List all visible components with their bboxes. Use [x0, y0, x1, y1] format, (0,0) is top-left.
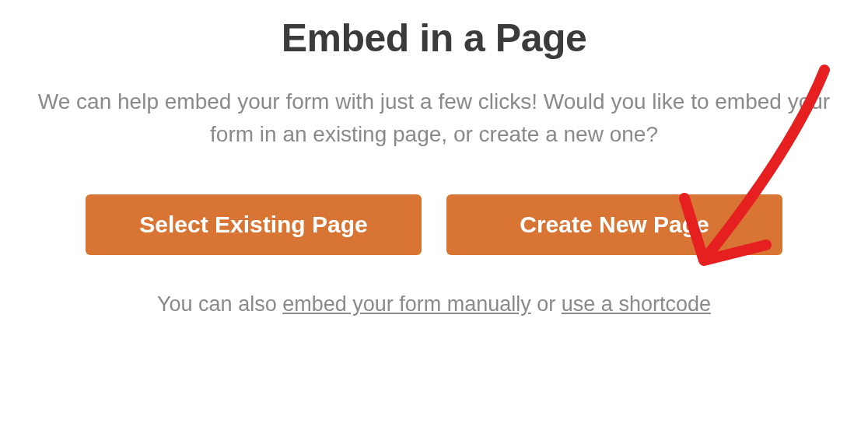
- create-new-page-button[interactable]: Create New Page: [446, 194, 782, 255]
- footer-prefix: You can also: [157, 292, 282, 316]
- footer-text: You can also embed your form manually or…: [157, 292, 711, 316]
- button-row: Select Existing Page Create New Page: [86, 194, 782, 255]
- use-shortcode-link[interactable]: use a shortcode: [562, 292, 711, 316]
- embed-manually-link[interactable]: embed your form manually: [282, 292, 531, 316]
- select-existing-page-button[interactable]: Select Existing Page: [86, 194, 422, 255]
- page-title: Embed in a Page: [282, 16, 587, 61]
- footer-middle: or: [531, 292, 562, 316]
- description-text: We can help embed your form with just a …: [22, 86, 846, 151]
